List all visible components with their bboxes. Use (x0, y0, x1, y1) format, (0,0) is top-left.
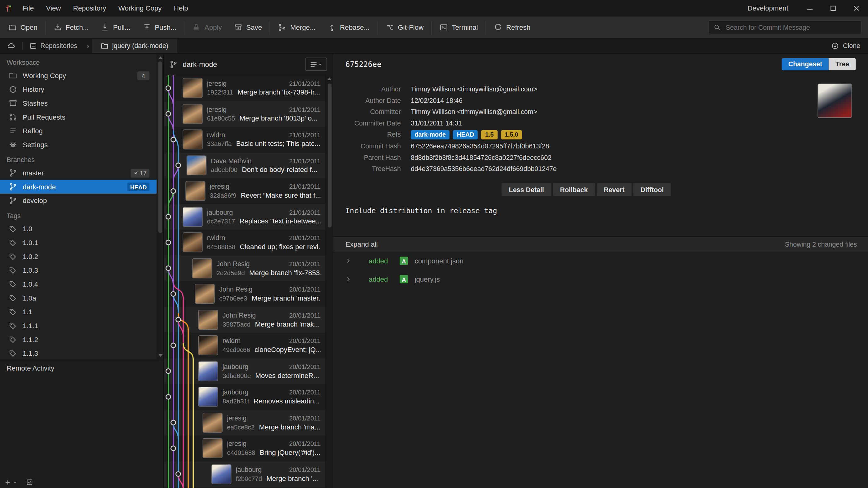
current-branch-title: dark-mode (183, 60, 217, 68)
committer-date-value: 31/01/2011 14:31 (411, 118, 557, 129)
checkbox-filter-button[interactable] (26, 479, 33, 486)
commit-author: rwldrn (207, 234, 225, 242)
open-button[interactable]: Open (2, 17, 43, 38)
terminal-button[interactable]: Terminal (433, 17, 484, 38)
difftool-button[interactable]: Difftool (633, 183, 671, 196)
commit-row[interactable]: John Resig20/01/201135875acdMerge branch… (164, 307, 326, 332)
tree-tab[interactable]: Tree (829, 58, 856, 70)
commit-row[interactable]: jaubourg20/01/2011f2b0c77dMerge branch '… (164, 461, 326, 487)
commit-row[interactable]: jaubourg20/01/20113dbd600eMoves determin… (164, 358, 326, 384)
rebase-button[interactable]: Rebase... (322, 17, 376, 38)
author-date-label: Author Date (345, 95, 401, 106)
sidebar-scrollbar[interactable] (157, 54, 163, 359)
commit-search-box[interactable] (709, 21, 862, 34)
scrollbar-thumb[interactable] (158, 61, 162, 233)
sidebar-item-branch-develop[interactable]: develop (0, 194, 157, 207)
commit-row[interactable]: jaubourg20/01/20118ad2b31fRemoves mislea… (164, 384, 326, 410)
commit-row[interactable]: rwldrn21/01/201133a67ffaBasic unit tests… (164, 127, 326, 153)
menu-help[interactable]: Help (168, 0, 194, 17)
sidebar-item-history[interactable]: History (0, 83, 157, 96)
sidebar-item-stashes[interactable]: Stashes (0, 96, 157, 110)
maximize-button[interactable] (822, 0, 845, 17)
sidebar-item-pull-requests[interactable]: Pull Requests (0, 110, 157, 124)
revert-button[interactable]: Revert (596, 183, 631, 196)
fetch-button[interactable]: Fetch... (48, 17, 95, 38)
expand-chevron-icon[interactable] (345, 258, 352, 264)
commit-row[interactable]: rwldrn20/01/201164588858Cleaned up; fixe… (164, 230, 326, 255)
tag-label: 1.0.2 (23, 253, 38, 260)
gitflow-button[interactable]: Git-Flow (379, 17, 430, 38)
ref-badge-tag[interactable]: 1.5.0 (501, 130, 522, 139)
scroll-down-arrow[interactable] (158, 354, 162, 357)
refresh-label: Refresh (506, 24, 530, 31)
commit-row[interactable]: jaubourg21/01/2011dc2e7317Replaces "text… (164, 204, 326, 230)
commit-row[interactable]: rwldrn20/01/201149cd9c66cloneCopyEvent; … (164, 332, 326, 358)
menu-file[interactable]: File (17, 0, 40, 17)
hamburger-icon (310, 62, 316, 67)
sidebar-item-tag[interactable]: 1.0 (0, 222, 157, 236)
rollback-button[interactable]: Rollback (553, 183, 595, 196)
sidebar-item-tag[interactable]: 1.0a (0, 291, 157, 305)
sidebar-item-tag[interactable]: 1.1.1 (0, 319, 157, 333)
clone-button[interactable]: Clone (823, 39, 868, 53)
commit-row[interactable]: jeresig21/01/20111922f311Merge branch 'f… (164, 75, 326, 101)
sidebar-item-tag[interactable]: 1.0.1 (0, 236, 157, 250)
commit-row[interactable]: John Resig20/01/2011c97b6ee3Merge branch… (164, 281, 326, 307)
sidebar-item-tag[interactable]: 1.0.3 (0, 263, 157, 277)
merge-button[interactable]: Merge... (272, 17, 321, 38)
commit-author: jeresig (227, 440, 246, 448)
refresh-button[interactable]: Refresh (488, 17, 537, 38)
file-row[interactable]: addedAcomponent.json (333, 252, 868, 270)
commit-row[interactable]: John Resig20/01/20112e2d5e9dMerge branch… (164, 255, 326, 281)
sidebar-item-tag[interactable]: 1.1.2 (0, 332, 157, 347)
minimize-button[interactable] (798, 0, 822, 17)
merge-label: Merge... (290, 24, 316, 31)
sidebar-item-working-copy[interactable]: Working Copy 4 (0, 68, 157, 83)
commit-meta: John Resig20/01/201135875acdMerge branch… (223, 312, 320, 328)
menu-working-copy[interactable]: Working Copy (112, 0, 168, 17)
push-button[interactable]: Push... (136, 17, 182, 38)
repositories-breadcrumb[interactable]: Repositories (23, 39, 84, 53)
avatar (183, 207, 202, 226)
commit-row[interactable]: jeresig20/01/2011ea5ce8c2Merge branch 'm… (164, 410, 326, 435)
commit-row[interactable]: jeresig21/01/2011328a86f9Revert "Make su… (164, 178, 326, 204)
sidebar-item-tag[interactable]: 1.1 (0, 305, 157, 319)
changeset-tab[interactable]: Changeset (781, 58, 829, 70)
commit-message: Bring jQuery('#id')... (260, 449, 320, 457)
menu-repository[interactable]: Repository (67, 0, 112, 17)
commit-author: John Resig (216, 260, 250, 268)
sidebar-item-tag[interactable]: 1.0.2 (0, 250, 157, 263)
search-input[interactable] (725, 23, 857, 32)
expand-all-button[interactable]: Expand all (345, 240, 378, 248)
scroll-up-arrow[interactable] (327, 77, 331, 80)
cloud-button[interactable] (0, 39, 22, 53)
detail-header: 675226ee Changeset Tree (333, 54, 868, 75)
commit-meta: jeresig21/01/201161e80c55Merge branch '8… (207, 106, 320, 122)
commit-row[interactable]: Dave Methvin21/01/2011ad0ebf00Don't do b… (164, 153, 326, 178)
menu-view[interactable]: View (40, 0, 67, 17)
file-row[interactable]: addedAjquery.js (333, 270, 868, 288)
save-button[interactable]: Save (228, 17, 268, 38)
sidebar-item-tag[interactable]: 1.0.4 (0, 277, 157, 291)
commit-list-scrollbar[interactable] (326, 75, 333, 488)
less-detail-button[interactable]: Less Detail (502, 183, 551, 196)
commit-row[interactable]: jeresig21/01/201161e80c55Merge branch '8… (164, 101, 326, 127)
repo-tab-jquery[interactable]: jquery (dark-mode) (92, 39, 177, 53)
sidebar-item-branch-master[interactable]: master 17 (0, 166, 157, 180)
sidebar-item-settings[interactable]: Settings (0, 138, 157, 152)
scrollbar-thumb[interactable] (328, 84, 331, 227)
sidebar-item-branch-dark-mode[interactable]: dark-mode HEAD (0, 180, 157, 194)
add-repository-button[interactable] (4, 479, 17, 486)
sidebar-item-tag[interactable]: 1.1.3 (0, 347, 157, 360)
commit-row[interactable]: jeresig20/01/2011e4d01688Bring jQuery('#… (164, 435, 326, 461)
close-button[interactable] (845, 0, 868, 17)
pull-button[interactable]: Pull... (95, 17, 136, 38)
commit-meta: John Resig20/01/2011c97b6ee3Merge branch… (219, 286, 320, 302)
sidebar-item-reflog[interactable]: Reflog (0, 124, 157, 138)
scroll-up-arrow[interactable] (158, 56, 162, 59)
ref-badge-branch[interactable]: dark-mode (411, 130, 450, 139)
ref-badge-branch[interactable]: HEAD (453, 130, 478, 139)
expand-chevron-icon[interactable] (345, 276, 352, 282)
ref-badge-tag[interactable]: 1.5 (482, 130, 498, 139)
graph-options-button[interactable] (305, 58, 327, 71)
